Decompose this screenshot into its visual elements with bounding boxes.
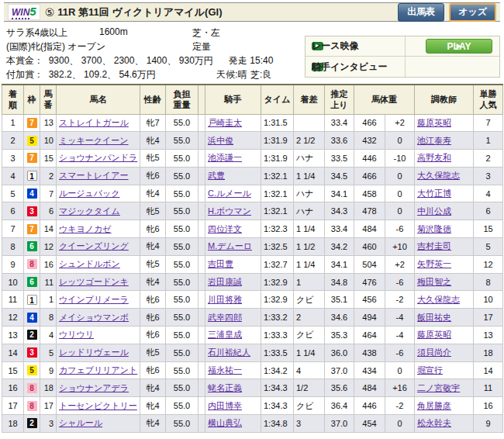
trainer-link[interactable]: 須貝尚介 bbox=[417, 347, 451, 357]
jockey-link[interactable]: 岩田康誠 bbox=[208, 277, 242, 286]
num-cell: 3 bbox=[40, 415, 57, 433]
video-box-divider bbox=[405, 36, 406, 56]
jockey-link[interactable]: 川田将雅 bbox=[208, 295, 242, 304]
jockey-cell: 吉田豊 bbox=[205, 255, 261, 273]
time-cell: 1:31.5 bbox=[261, 114, 294, 132]
trainer-link[interactable]: 飯田祐史 bbox=[417, 313, 451, 322]
horse-link[interactable]: ウリウリ bbox=[59, 330, 94, 339]
frame-cell: 1 bbox=[24, 167, 40, 185]
jockey-link[interactable]: 四位洋文 bbox=[208, 224, 242, 233]
spacer-cell bbox=[198, 185, 205, 202]
pos-cell: 4 bbox=[2, 167, 24, 185]
horse-link[interactable]: ストレイトガール bbox=[59, 118, 129, 127]
frame-cell: 3 bbox=[24, 202, 40, 220]
trainer-link[interactable]: 大竹正博 bbox=[417, 188, 451, 198]
horse-link[interactable]: カフェブリリアント bbox=[59, 365, 137, 375]
race-course: 芝・左 bbox=[192, 26, 220, 40]
jockey-link[interactable]: 武豊 bbox=[208, 171, 225, 180]
horse-link[interactable]: ウインプリメーラ bbox=[59, 295, 129, 304]
jockey-cell: H.ボウマン bbox=[205, 202, 261, 220]
trainer-link[interactable]: 矢野英一 bbox=[417, 259, 451, 268]
jockey-link[interactable]: H.ボウマン bbox=[208, 206, 251, 216]
horse-link[interactable]: マジックタイム bbox=[59, 206, 120, 216]
trainer-link[interactable]: 藤原英昭 bbox=[417, 330, 451, 339]
horse-link[interactable]: レッツゴードンキ bbox=[59, 277, 129, 286]
jockey-link[interactable]: 内田博幸 bbox=[208, 401, 242, 410]
trainer-link[interactable]: 角居勝彦 bbox=[417, 401, 451, 410]
weight_diff-cell: -10 bbox=[385, 150, 415, 168]
jockey-cell: 戸崎圭太 bbox=[205, 114, 261, 132]
pos-cell: 8 bbox=[2, 238, 24, 256]
jockey-link[interactable]: 戸崎圭太 bbox=[208, 118, 242, 127]
jockey-link[interactable]: 福永祐一 bbox=[208, 365, 242, 375]
horse-link[interactable]: ショウナンアデラ bbox=[59, 383, 129, 392]
column-header: タイム bbox=[261, 85, 294, 114]
frame-cell: 5 bbox=[24, 361, 40, 379]
jockey-link[interactable]: 浜中俊 bbox=[208, 136, 233, 145]
trainer-link[interactable]: 松永幹夫 bbox=[417, 418, 451, 427]
trainer-link[interactable]: 藤原英昭 bbox=[417, 118, 451, 127]
frame-badge: 8 bbox=[27, 383, 37, 393]
play-button[interactable]: ▶PLAY bbox=[426, 39, 492, 54]
column-header: 騎手 bbox=[205, 85, 261, 114]
horse-link[interactable]: トーセンビクトリー bbox=[59, 401, 137, 410]
odds-button[interactable]: オッズ bbox=[449, 3, 496, 22]
last3f-cell: 33.6 bbox=[325, 132, 354, 150]
jockey-link[interactable]: 石川裕紀人 bbox=[208, 347, 250, 357]
spacer-cell bbox=[198, 202, 205, 220]
sex_age-cell: 牝6 bbox=[140, 327, 166, 344]
trainer-cell: 池江泰寿 bbox=[415, 132, 474, 150]
horse-link[interactable]: シャルール bbox=[59, 418, 102, 427]
horse-link[interactable]: ウキヨノカゼ bbox=[59, 224, 112, 233]
spacer-cell bbox=[198, 309, 205, 327]
jockey-link[interactable]: C.ルメール bbox=[208, 188, 251, 198]
horse-link[interactable]: ショウナンパンドラ bbox=[59, 153, 137, 162]
num-cell: 15 bbox=[40, 150, 57, 168]
time-cell: 1:32.5 bbox=[261, 238, 294, 256]
jockey-link[interactable]: 武幸四郎 bbox=[208, 313, 242, 322]
frame-badge: 7 bbox=[27, 118, 37, 128]
margin-cell: 1 1/4 bbox=[294, 255, 325, 273]
num-cell: 17 bbox=[40, 397, 57, 415]
jockey-link[interactable]: 池添謙一 bbox=[208, 153, 242, 162]
trainer-cell: 中川公成 bbox=[415, 202, 474, 220]
weight_diff-cell: -6 bbox=[385, 273, 415, 291]
horse-link[interactable]: ミッキークイーン bbox=[59, 136, 129, 145]
margin-cell: 1 1/4 bbox=[294, 344, 325, 361]
weight-cell: 55.0 bbox=[166, 150, 198, 168]
horse-link[interactable]: メイショウマンボ bbox=[59, 313, 129, 322]
last3f-cell: 33.5 bbox=[325, 150, 354, 168]
trainer-link[interactable]: 堀宣行 bbox=[417, 365, 443, 375]
horse-link[interactable]: スマートレイアー bbox=[59, 171, 129, 180]
trainer-link[interactable]: 大久保龍志 bbox=[417, 171, 460, 180]
margin-cell: ハナ bbox=[294, 202, 325, 220]
trainer-link[interactable]: 吉村圭司 bbox=[417, 241, 451, 251]
trainer-link[interactable]: 大久保龍志 bbox=[417, 295, 460, 304]
jockey-link[interactable]: 蛯名正義 bbox=[208, 383, 242, 392]
horse-link[interactable]: クイーンズリング bbox=[59, 241, 129, 251]
horse-link[interactable]: ルージュバック bbox=[59, 188, 120, 198]
horse-link[interactable]: レッドリヴェール bbox=[59, 347, 129, 357]
jockey-cell: M.デムーロ bbox=[205, 238, 261, 256]
last3f-cell: 33.4 bbox=[325, 114, 354, 132]
jockey-link[interactable]: 横山典弘 bbox=[208, 418, 242, 427]
trainer-link[interactable]: 菊沢隆徳 bbox=[417, 224, 451, 233]
horse-link[interactable]: シュンドルボン bbox=[59, 259, 120, 268]
weight_diff-cell: +10 bbox=[385, 238, 415, 256]
jockey-link[interactable]: 吉田豊 bbox=[208, 259, 233, 268]
trainer-link[interactable]: 高野友和 bbox=[417, 153, 451, 162]
trainer-link[interactable]: 二ノ宮敬宇 bbox=[417, 383, 460, 392]
weight_diff-cell: 0 bbox=[385, 361, 415, 379]
trainer-link[interactable]: 梅田智之 bbox=[417, 277, 451, 286]
trainer-link[interactable]: 中川公成 bbox=[417, 206, 451, 216]
entries-button[interactable]: 出馬表 bbox=[398, 3, 444, 22]
frame-badge: 5 bbox=[27, 136, 37, 146]
trainer-link[interactable]: 池江泰寿 bbox=[417, 136, 451, 145]
spacer-cell bbox=[198, 361, 205, 379]
last3f-cell: 34.1 bbox=[325, 255, 354, 273]
spacer-cell bbox=[198, 397, 205, 415]
jockey-link[interactable]: 三浦皇成 bbox=[208, 330, 242, 339]
horse_weight-cell: 434 bbox=[354, 361, 385, 379]
pos-cell: 15 bbox=[2, 361, 24, 379]
jockey-link[interactable]: M.デムーロ bbox=[208, 241, 252, 251]
